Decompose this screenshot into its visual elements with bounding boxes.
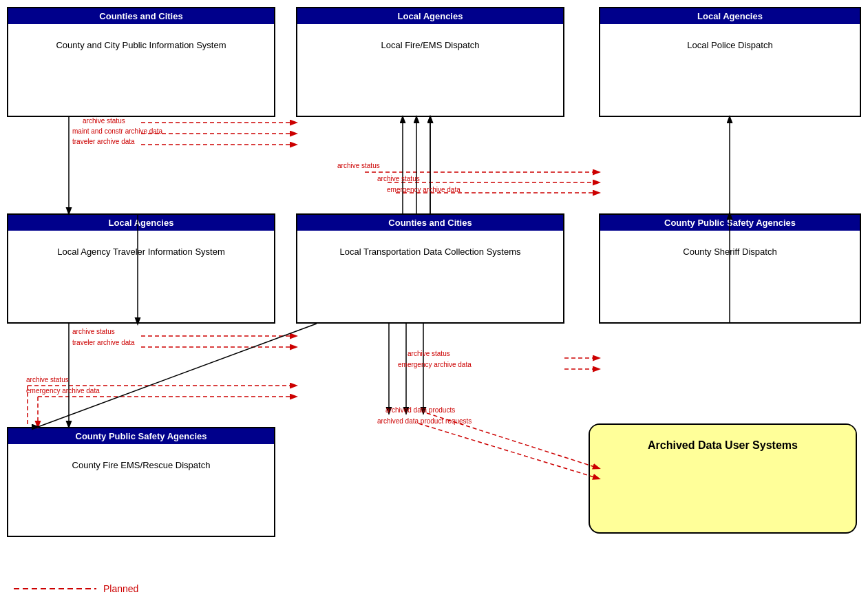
label-archived-data-product-requests: archived data product requests [377, 417, 472, 425]
label-traveler-archive-1: traveler archive data [72, 138, 135, 145]
node-archived-data-body: Archived Data User Systems [590, 425, 856, 466]
legend: Planned [14, 583, 138, 594]
label-archive-status-5: archive status [407, 350, 450, 357]
node-county-fire: County Public Safety Agencies County Fir… [7, 427, 275, 537]
node-local-agency-traveler-body: Local Agency Traveler Information System [8, 231, 274, 272]
label-archive-status-4: archive status [72, 328, 115, 335]
node-local-police: Local Agencies Local Police Dispatch [599, 7, 861, 117]
node-local-fire-ems-header: Local Agencies [297, 8, 563, 24]
node-local-transport: Counties and Cities Local Transportation… [296, 213, 564, 324]
node-local-police-body: Local Police Dispatch [600, 24, 860, 65]
node-local-transport-body: Local Transportation Data Collection Sys… [297, 231, 563, 272]
node-local-fire-ems-body: Local Fire/EMS Dispatch [297, 24, 563, 65]
node-county-sheriff-body: County Sheriff Dispatch [600, 231, 860, 272]
label-archive-status-2: archive status [337, 162, 380, 169]
label-archive-status-6: archive status [26, 376, 69, 384]
node-local-fire-ems: Local Agencies Local Fire/EMS Dispatch [296, 7, 564, 117]
node-county-sheriff-header: County Public Safety Agencies [600, 215, 860, 231]
node-county-city-public-header: Counties and Cities [8, 8, 274, 24]
label-archive-status-1: archive status [83, 117, 125, 125]
node-county-sheriff: County Public Safety Agencies County She… [599, 213, 861, 324]
node-archived-data: Archived Data User Systems [589, 423, 857, 534]
label-emergency-archive-2: emergency archive data [398, 361, 472, 368]
legend-line-svg [14, 583, 96, 594]
label-emergency-archive-1: emergency archive data [387, 186, 461, 193]
legend-label: Planned [103, 583, 138, 594]
diagram-container: Counties and Cities County and City Publ… [0, 0, 868, 608]
label-traveler-archive-2: traveler archive data [72, 339, 135, 346]
node-local-transport-header: Counties and Cities [297, 215, 563, 231]
node-local-agency-traveler-header: Local Agencies [8, 215, 274, 231]
label-archive-status-3: archive status [377, 175, 420, 182]
node-local-agency-traveler: Local Agencies Local Agency Traveler Inf… [7, 213, 275, 324]
node-county-city-public: Counties and Cities County and City Publ… [7, 7, 275, 117]
svg-line-25 [419, 423, 599, 479]
label-emergency-archive-3: emergency archive data [26, 387, 100, 395]
node-county-city-public-body: County and City Public Information Syste… [8, 24, 274, 65]
node-local-police-header: Local Agencies [600, 8, 860, 24]
node-county-fire-body: County Fire EMS/Rescue Dispatch [8, 444, 274, 485]
label-archived-data-products: archived data products [385, 406, 455, 414]
label-maint-constr: maint and constr archive data [72, 127, 162, 135]
node-county-fire-header: County Public Safety Agencies [8, 428, 274, 444]
